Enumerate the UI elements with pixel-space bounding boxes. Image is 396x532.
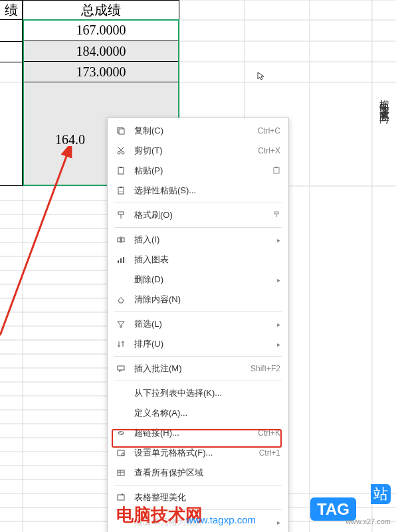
cell-row3[interactable]: 173.0000 bbox=[23, 62, 179, 82]
context-menu: 复制(C) Ctrl+C 剪切(T) Ctrl+X 粘贴(P) ⋯ 选择性粘贴(… bbox=[107, 118, 289, 532]
svg-point-39 bbox=[122, 151, 124, 154]
clipboard-icon bbox=[272, 166, 280, 176]
svg-rect-57 bbox=[120, 258, 122, 263]
menu-hyperlink[interactable]: 超链接(H)... Ctrl+K bbox=[108, 423, 288, 443]
svg-rect-37 bbox=[119, 129, 124, 134]
format-cells-icon bbox=[114, 447, 128, 459]
svg-rect-61 bbox=[118, 366, 124, 370]
menu-label: 表格整理美化 bbox=[134, 491, 280, 503]
paste-icon bbox=[114, 165, 128, 177]
menu-insert[interactable]: 插入(I) ▸ bbox=[108, 230, 288, 250]
delete-icon bbox=[114, 274, 128, 286]
svg-rect-44 bbox=[274, 167, 279, 173]
menu-label: 格式刷(O) bbox=[134, 209, 272, 221]
cell-row2[interactable]: 184.0000 bbox=[23, 41, 179, 62]
menu-divider bbox=[114, 381, 282, 381]
menu-shortcut: Ctrl+1 bbox=[259, 448, 280, 458]
svg-rect-51 bbox=[274, 212, 278, 214]
menu-format-cells[interactable]: 设置单元格格式(F)... Ctrl+1 bbox=[108, 443, 288, 463]
svg-rect-43 bbox=[120, 167, 122, 168]
svg-rect-47 bbox=[120, 187, 122, 188]
insert-icon bbox=[114, 234, 128, 246]
menu-label: 插入批注(M) bbox=[134, 363, 250, 375]
protection-icon bbox=[114, 467, 128, 479]
blank-icon bbox=[114, 387, 128, 399]
menu-divider bbox=[114, 203, 282, 203]
menu-cut[interactable]: 剪切(T) Ctrl+X bbox=[108, 141, 288, 161]
copy-icon bbox=[114, 125, 128, 137]
header-label: 绩 bbox=[5, 1, 18, 19]
submenu-arrow-icon: ▸ bbox=[277, 519, 280, 526]
menu-delete[interactable]: 删除(D) ▸ bbox=[108, 270, 288, 290]
menu-label: 插入图表 bbox=[134, 254, 280, 266]
cell-row1[interactable]: 167.0000 bbox=[23, 20, 179, 41]
menu-divider bbox=[114, 356, 282, 357]
header-cell-left[interactable]: 绩 bbox=[0, 0, 23, 20]
menu-paste[interactable]: 粘贴(P) bbox=[108, 161, 288, 181]
menu-clear[interactable]: 清除内容(N) bbox=[108, 290, 288, 310]
menu-label: 查看所有保护区域 bbox=[134, 467, 280, 479]
svg-rect-49 bbox=[118, 212, 124, 215]
paste-special-icon: ⋯ bbox=[114, 185, 128, 197]
menu-insert-chart[interactable]: 插入图表 bbox=[108, 250, 288, 270]
chart-icon bbox=[114, 254, 128, 266]
menu-label: 复制(C) bbox=[134, 125, 258, 137]
menu-copy[interactable]: 复制(C) Ctrl+C bbox=[108, 121, 288, 141]
menu-label: 从下拉列表中选择(K)... bbox=[134, 387, 280, 399]
menu-sort[interactable]: 排序(U) ▸ bbox=[108, 334, 288, 354]
menu-shortcut: Ctrl+X bbox=[258, 146, 280, 155]
comment-icon bbox=[114, 363, 128, 375]
menu-label: 筛选(L) bbox=[134, 318, 272, 330]
submenu-arrow-icon: ▸ bbox=[277, 276, 280, 284]
cell-value: 167.0000 bbox=[76, 23, 126, 38]
left-col-line bbox=[0, 62, 23, 62]
header-cell-total[interactable]: 总成绩 bbox=[23, 0, 179, 20]
menu-format-painter[interactable]: 格式刷(O) bbox=[108, 205, 288, 225]
menu-label: 设置单元格格式(F)... bbox=[134, 447, 259, 459]
menu-divider bbox=[114, 485, 282, 486]
svg-rect-64 bbox=[118, 470, 124, 476]
menu-shortcut: Shift+F2 bbox=[250, 364, 280, 373]
menu-comment[interactable]: 插入批注(M) Shift+F2 bbox=[108, 359, 288, 379]
menu-dropdown-select[interactable]: 从下拉列表中选择(K)... bbox=[108, 383, 288, 403]
menu-paste-special[interactable]: ⋯ 选择性粘贴(S)... bbox=[108, 181, 288, 201]
menu-divider bbox=[114, 311, 282, 312]
svg-rect-56 bbox=[118, 260, 119, 263]
svg-rect-53 bbox=[118, 238, 120, 242]
watermark-url3: www.x27.com bbox=[346, 517, 391, 525]
svg-point-63 bbox=[122, 453, 124, 456]
vertical-annotation: 横向文字变成竖向 bbox=[378, 92, 391, 108]
menu-label: 选择性粘贴(S)... bbox=[134, 185, 280, 197]
menu-protection[interactable]: 查看所有保护区域 bbox=[108, 463, 288, 483]
svg-rect-58 bbox=[123, 257, 124, 263]
menu-label: 超链接(H)... bbox=[134, 427, 258, 439]
watermark-url2: 站 bbox=[371, 484, 391, 504]
link-icon bbox=[114, 427, 128, 439]
svg-point-38 bbox=[118, 151, 120, 154]
watermark-tag-wrap: TAG bbox=[310, 500, 356, 519]
cut-icon bbox=[114, 145, 128, 157]
clear-icon bbox=[114, 294, 128, 306]
cursor-icon bbox=[256, 72, 266, 83]
menu-filter[interactable]: 筛选(L) ▸ bbox=[108, 314, 288, 334]
svg-rect-45 bbox=[275, 167, 278, 168]
menu-define-name[interactable]: 定义名称(A)... bbox=[108, 403, 288, 423]
svg-rect-54 bbox=[122, 238, 124, 242]
submenu-arrow-icon: ▸ bbox=[277, 321, 280, 328]
menu-shortcut: Ctrl+C bbox=[258, 126, 280, 135]
submenu-arrow-icon: ▸ bbox=[277, 341, 280, 348]
beautify-icon bbox=[114, 491, 128, 503]
format-painter-icon bbox=[114, 209, 128, 221]
header-label: 总成绩 bbox=[81, 1, 121, 19]
submenu-arrow-icon: ▸ bbox=[277, 236, 280, 244]
blank-icon bbox=[114, 407, 128, 419]
filter-icon bbox=[114, 318, 128, 330]
cell-value: 173.0000 bbox=[76, 64, 126, 80]
menu-shortcut: Ctrl+K bbox=[258, 428, 280, 438]
watermark-url: www.tagxp.com bbox=[186, 514, 256, 525]
menu-label: 排序(U) bbox=[134, 338, 272, 350]
cell-value: 184.0000 bbox=[76, 44, 126, 59]
left-col-border bbox=[0, 20, 23, 186]
cell-value: 164.0 bbox=[55, 132, 85, 147]
left-col-line bbox=[0, 41, 23, 42]
